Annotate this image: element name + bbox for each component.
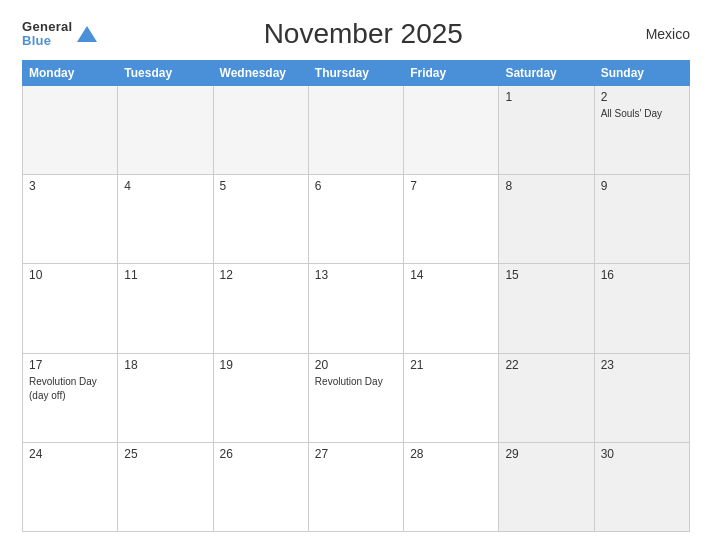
- calendar-cell: [118, 86, 213, 175]
- day-number: 13: [315, 268, 397, 282]
- calendar-week-row: 12All Souls' Day: [23, 86, 690, 175]
- calendar-week-row: 10111213141516: [23, 264, 690, 353]
- calendar-week-row: 3456789: [23, 175, 690, 264]
- calendar-day-header: Thursday: [308, 61, 403, 86]
- calendar-header: MondayTuesdayWednesdayThursdayFridaySatu…: [23, 61, 690, 86]
- calendar-cell: [308, 86, 403, 175]
- calendar-cell: 4: [118, 175, 213, 264]
- day-number: 30: [601, 447, 683, 461]
- day-number: 18: [124, 358, 206, 372]
- page: General Blue November 2025 Mexico Monday…: [0, 0, 712, 550]
- logo-text: General Blue: [22, 20, 73, 49]
- event-text: (day off): [29, 390, 66, 401]
- calendar-body: 12All Souls' Day34567891011121314151617R…: [23, 86, 690, 532]
- calendar-day-header: Friday: [404, 61, 499, 86]
- day-number: 28: [410, 447, 492, 461]
- country-label: Mexico: [630, 26, 690, 42]
- event-text: Revolution Day: [29, 376, 97, 387]
- calendar-cell: 3: [23, 175, 118, 264]
- calendar-cell: 30: [594, 442, 689, 531]
- calendar-cell: 26: [213, 442, 308, 531]
- day-number: 10: [29, 268, 111, 282]
- month-title: November 2025: [97, 18, 630, 50]
- calendar-header-row: MondayTuesdayWednesdayThursdayFridaySatu…: [23, 61, 690, 86]
- calendar-week-row: 17Revolution Day(day off)181920Revolutio…: [23, 353, 690, 442]
- calendar-cell: 20Revolution Day: [308, 353, 403, 442]
- day-number: 22: [505, 358, 587, 372]
- day-number: 7: [410, 179, 492, 193]
- calendar-cell: 14: [404, 264, 499, 353]
- calendar-day-header: Tuesday: [118, 61, 213, 86]
- calendar-cell: [23, 86, 118, 175]
- calendar-cell: 12: [213, 264, 308, 353]
- day-number: 25: [124, 447, 206, 461]
- day-number: 17: [29, 358, 111, 372]
- calendar-day-header: Monday: [23, 61, 118, 86]
- day-number: 19: [220, 358, 302, 372]
- event-text: All Souls' Day: [601, 108, 662, 119]
- logo-icon: [77, 24, 97, 44]
- calendar-week-row: 24252627282930: [23, 442, 690, 531]
- calendar-cell: 16: [594, 264, 689, 353]
- calendar-cell: 11: [118, 264, 213, 353]
- calendar-cell: 18: [118, 353, 213, 442]
- calendar-cell: 2All Souls' Day: [594, 86, 689, 175]
- calendar-cell: 21: [404, 353, 499, 442]
- day-number: 4: [124, 179, 206, 193]
- calendar-cell: 29: [499, 442, 594, 531]
- day-number: 3: [29, 179, 111, 193]
- logo-blue-text: Blue: [22, 34, 73, 48]
- calendar-cell: 28: [404, 442, 499, 531]
- calendar-day-header: Saturday: [499, 61, 594, 86]
- calendar-cell: 24: [23, 442, 118, 531]
- calendar-day-header: Sunday: [594, 61, 689, 86]
- calendar-cell: 15: [499, 264, 594, 353]
- calendar-cell: 13: [308, 264, 403, 353]
- calendar-cell: 6: [308, 175, 403, 264]
- calendar-cell: 5: [213, 175, 308, 264]
- logo-general-text: General: [22, 20, 73, 34]
- calendar-day-header: Wednesday: [213, 61, 308, 86]
- calendar-cell: 17Revolution Day(day off): [23, 353, 118, 442]
- event-text: Revolution Day: [315, 376, 383, 387]
- day-number: 23: [601, 358, 683, 372]
- day-number: 8: [505, 179, 587, 193]
- day-number: 6: [315, 179, 397, 193]
- calendar-table: MondayTuesdayWednesdayThursdayFridaySatu…: [22, 60, 690, 532]
- calendar-cell: [213, 86, 308, 175]
- calendar-cell: 27: [308, 442, 403, 531]
- day-number: 11: [124, 268, 206, 282]
- logo: General Blue: [22, 20, 97, 49]
- calendar-cell: 10: [23, 264, 118, 353]
- day-number: 29: [505, 447, 587, 461]
- svg-marker-0: [77, 26, 97, 42]
- day-number: 24: [29, 447, 111, 461]
- calendar-cell: 9: [594, 175, 689, 264]
- header: General Blue November 2025 Mexico: [22, 18, 690, 50]
- day-number: 27: [315, 447, 397, 461]
- day-number: 1: [505, 90, 587, 104]
- calendar-cell: 23: [594, 353, 689, 442]
- day-number: 5: [220, 179, 302, 193]
- day-number: 14: [410, 268, 492, 282]
- day-number: 16: [601, 268, 683, 282]
- day-number: 26: [220, 447, 302, 461]
- day-number: 2: [601, 90, 683, 104]
- day-number: 9: [601, 179, 683, 193]
- day-number: 21: [410, 358, 492, 372]
- day-number: 12: [220, 268, 302, 282]
- day-number: 20: [315, 358, 397, 372]
- calendar-cell: 8: [499, 175, 594, 264]
- calendar-cell: 22: [499, 353, 594, 442]
- calendar-cell: 1: [499, 86, 594, 175]
- calendar-cell: 19: [213, 353, 308, 442]
- calendar-cell: 25: [118, 442, 213, 531]
- calendar-cell: [404, 86, 499, 175]
- calendar-cell: 7: [404, 175, 499, 264]
- day-number: 15: [505, 268, 587, 282]
